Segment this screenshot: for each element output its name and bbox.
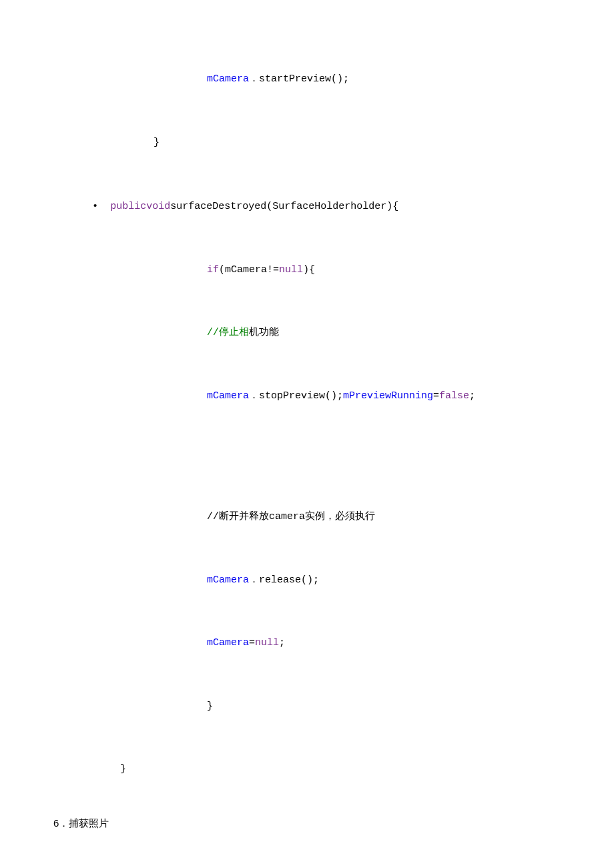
code-token: mPreviewRunning (343, 390, 433, 402)
code-brace: } (207, 701, 213, 712)
code-comment: //停止相 (207, 327, 249, 338)
code-token: mCamera (207, 73, 249, 85)
code-token: mCamera (207, 637, 249, 648)
code-keyword: null (279, 264, 303, 276)
code-token: ; (279, 637, 285, 648)
code-token: ．stopPreview(); (249, 390, 343, 402)
code-keyword: false (439, 390, 469, 402)
code-token: mCamera (207, 390, 249, 402)
code-comment: //断开并释放camera实例，必须执行 (207, 511, 375, 522)
code-keyword: if (207, 264, 219, 276)
code-token: ; (469, 390, 475, 402)
bullet-icon: • (93, 195, 97, 216)
code-token: surfaceDestroyed(SurfaceHolderholder){ (170, 201, 398, 212)
code-token: mCamera (207, 574, 249, 586)
code-comment: 机功能 (249, 327, 279, 338)
code-token: ．release(); (249, 574, 319, 586)
code-token: = (249, 637, 255, 648)
code-token: ){ (303, 264, 315, 276)
code-brace: } (154, 137, 160, 148)
code-token: = (433, 390, 439, 402)
code-token: (mCamera!= (219, 264, 279, 276)
section-heading: 6．捕获照片 (53, 814, 561, 833)
code-brace: } (120, 763, 126, 775)
code-token: ．startPreview(); (249, 73, 349, 85)
code-keyword: publicvoid (110, 201, 170, 212)
code-keyword: null (255, 637, 279, 648)
code-block-1: mCamera．startPreview(); } • publicvoidsu… (53, 27, 561, 801)
